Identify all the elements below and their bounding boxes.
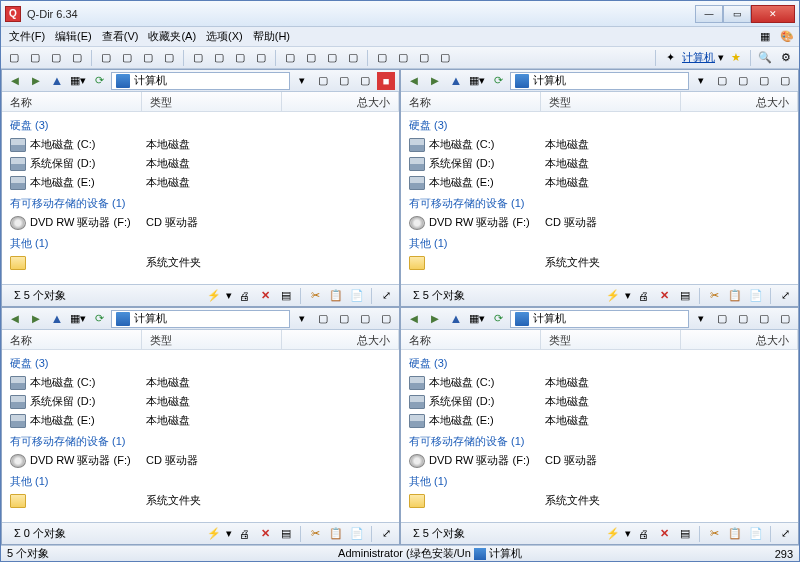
list-item[interactable]: 本地磁盘 (C:) 本地磁盘: [401, 373, 798, 392]
view-menu-button[interactable]: ▦▾: [468, 310, 486, 328]
group-removable[interactable]: 有可移动存储的设备 (1): [401, 192, 798, 213]
back-button[interactable]: ◄: [405, 310, 423, 328]
list-item[interactable]: 系统文件夹: [2, 491, 399, 510]
pane-tool-3[interactable]: ▢: [356, 72, 374, 90]
copy-icon[interactable]: 📋: [726, 525, 744, 543]
pane-tool-3[interactable]: ▢: [356, 310, 374, 328]
tb-icon-5[interactable]: ▢: [97, 49, 115, 67]
group-removable[interactable]: 有可移动存储的设备 (1): [2, 192, 399, 213]
color-icon[interactable]: 🎨: [779, 29, 795, 45]
dropdown-button[interactable]: ▾: [293, 72, 311, 90]
list-item[interactable]: 本地磁盘 (C:) 本地磁盘: [401, 135, 798, 154]
list-item[interactable]: 系统文件夹: [401, 253, 798, 272]
col-type[interactable]: 类型: [541, 92, 681, 111]
up-button[interactable]: ▲: [48, 310, 66, 328]
refresh-button[interactable]: ⟳: [489, 310, 507, 328]
list-item[interactable]: 本地磁盘 (E:) 本地磁盘: [2, 411, 399, 430]
menu-favorites[interactable]: 收藏夹(A): [144, 27, 200, 46]
col-name[interactable]: 名称: [401, 330, 541, 349]
tb-icon-6[interactable]: ▢: [118, 49, 136, 67]
chevron-down-icon[interactable]: ▾: [226, 527, 232, 540]
computer-link[interactable]: 计算机: [682, 50, 715, 65]
pane-tool-2[interactable]: ▢: [335, 310, 353, 328]
group-other[interactable]: 其他 (1): [401, 232, 798, 253]
delete-icon[interactable]: ✕: [256, 525, 274, 543]
col-type[interactable]: 类型: [541, 330, 681, 349]
pane-tool-red[interactable]: ■: [377, 72, 395, 90]
tb-icon-8[interactable]: ▢: [160, 49, 178, 67]
paste-icon[interactable]: 📄: [348, 525, 366, 543]
back-button[interactable]: ◄: [6, 310, 24, 328]
delete-icon[interactable]: ✕: [655, 525, 673, 543]
pane-tool-4[interactable]: ▢: [776, 72, 794, 90]
forward-button[interactable]: ►: [27, 310, 45, 328]
cut-icon[interactable]: ✂: [306, 525, 324, 543]
view-menu-button[interactable]: ▦▾: [69, 72, 87, 90]
group-disks[interactable]: 硬盘 (3): [401, 352, 798, 373]
copy-icon[interactable]: 📋: [327, 287, 345, 305]
col-name[interactable]: 名称: [401, 92, 541, 111]
pane-tool-3[interactable]: ▢: [755, 310, 773, 328]
menu-options[interactable]: 选项(X): [202, 27, 247, 46]
cut-icon[interactable]: ✂: [306, 287, 324, 305]
file-list[interactable]: 硬盘 (3) 本地磁盘 (C:) 本地磁盘 系统保留 (D:) 本地磁盘 本地磁…: [2, 112, 399, 284]
pane-tool-4[interactable]: ▢: [377, 310, 395, 328]
expand-icon[interactable]: ⤢: [776, 525, 794, 543]
paste-icon[interactable]: 📄: [747, 287, 765, 305]
lightning-icon[interactable]: ⚡: [205, 287, 223, 305]
tb-icon-12[interactable]: ▢: [252, 49, 270, 67]
col-type[interactable]: 类型: [142, 330, 282, 349]
lightning-icon[interactable]: ⚡: [205, 525, 223, 543]
tb-icon-7[interactable]: ▢: [139, 49, 157, 67]
chevron-down-icon[interactable]: ▾: [718, 51, 724, 64]
minimize-button[interactable]: —: [695, 5, 723, 23]
col-name[interactable]: 名称: [2, 330, 142, 349]
pane-tool-1[interactable]: ▢: [314, 72, 332, 90]
list-item[interactable]: 系统保留 (D:) 本地磁盘: [2, 154, 399, 173]
menu-view[interactable]: 查看(V): [98, 27, 143, 46]
tb-icon-1[interactable]: ▢: [5, 49, 23, 67]
pane-tool-4[interactable]: ▢: [776, 310, 794, 328]
delete-icon[interactable]: ✕: [655, 287, 673, 305]
menu-help[interactable]: 帮助(H): [249, 27, 294, 46]
up-button[interactable]: ▲: [447, 72, 465, 90]
pane-tool-2[interactable]: ▢: [335, 72, 353, 90]
address-bar[interactable]: 计算机: [111, 310, 290, 328]
group-other[interactable]: 其他 (1): [2, 232, 399, 253]
tb-icon-4[interactable]: ▢: [68, 49, 86, 67]
group-other[interactable]: 其他 (1): [401, 470, 798, 491]
print-icon[interactable]: 🖨: [235, 287, 253, 305]
refresh-button[interactable]: ⟳: [90, 310, 108, 328]
list-item[interactable]: DVD RW 驱动器 (F:) CD 驱动器: [2, 213, 399, 232]
lightning-icon[interactable]: ⚡: [604, 287, 622, 305]
refresh-button[interactable]: ⟳: [489, 72, 507, 90]
menu-file[interactable]: 文件(F): [5, 27, 49, 46]
list-item[interactable]: DVD RW 驱动器 (F:) CD 驱动器: [401, 451, 798, 470]
list-item[interactable]: 本地磁盘 (C:) 本地磁盘: [2, 135, 399, 154]
address-bar[interactable]: 计算机: [510, 72, 689, 90]
search-icon[interactable]: 🔍: [756, 49, 774, 67]
dropdown-button[interactable]: ▾: [692, 310, 710, 328]
pane-tool-3[interactable]: ▢: [755, 72, 773, 90]
tb-icon-16[interactable]: ▢: [344, 49, 362, 67]
list-item[interactable]: 系统保留 (D:) 本地磁盘: [401, 154, 798, 173]
tb-icon-13[interactable]: ▢: [281, 49, 299, 67]
list-item[interactable]: 系统文件夹: [401, 491, 798, 510]
cut-icon[interactable]: ✂: [705, 287, 723, 305]
paste-icon[interactable]: 📄: [348, 287, 366, 305]
back-button[interactable]: ◄: [6, 72, 24, 90]
pane-tool-1[interactable]: ▢: [713, 72, 731, 90]
lightning-icon[interactable]: ⚡: [604, 525, 622, 543]
view-menu-button[interactable]: ▦▾: [69, 310, 87, 328]
expand-icon[interactable]: ⤢: [776, 287, 794, 305]
list-item[interactable]: DVD RW 驱动器 (F:) CD 驱动器: [2, 451, 399, 470]
chevron-down-icon[interactable]: ▾: [625, 527, 631, 540]
print-icon[interactable]: 🖨: [634, 287, 652, 305]
tb-icon-20[interactable]: ▢: [436, 49, 454, 67]
maximize-button[interactable]: ▭: [723, 5, 751, 23]
print-icon[interactable]: 🖨: [235, 525, 253, 543]
pane-tool-2[interactable]: ▢: [734, 310, 752, 328]
col-size[interactable]: 总大小: [681, 92, 798, 111]
expand-icon[interactable]: ⤢: [377, 287, 395, 305]
options-icon[interactable]: ▤: [277, 287, 295, 305]
